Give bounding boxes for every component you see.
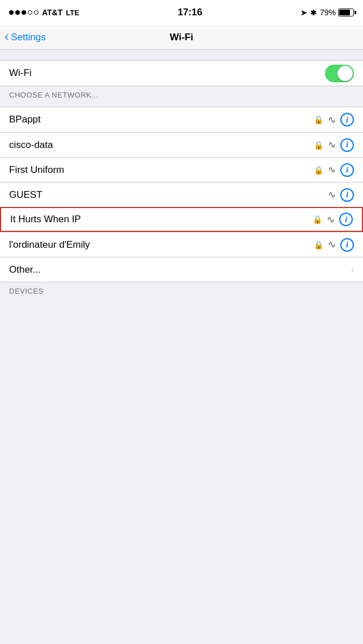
lock-icon: 🔒 bbox=[313, 215, 322, 224]
network-icons: 🔒 ∿ i bbox=[314, 113, 354, 126]
wifi-toggle[interactable] bbox=[325, 65, 354, 82]
network-row[interactable]: l'ordinateur d'Emily 🔒 ∿ i bbox=[0, 232, 363, 257]
network-icons: 🔒 ∿ i bbox=[313, 213, 353, 226]
wifi-signal-icon: ∿ bbox=[328, 114, 336, 126]
network-row[interactable]: First Uniform 🔒 ∿ i bbox=[0, 157, 363, 182]
network-name: First Uniform bbox=[9, 164, 314, 176]
status-right: ➤ ✱ 79% bbox=[301, 8, 354, 17]
network-icons: ∿ i bbox=[328, 188, 354, 202]
network-name: It Hurts When IP bbox=[10, 214, 313, 225]
info-button[interactable]: i bbox=[340, 138, 354, 152]
network-name: GUEST bbox=[9, 189, 328, 201]
wifi-signal-icon: ∿ bbox=[327, 214, 335, 226]
info-button[interactable]: i bbox=[339, 213, 353, 226]
wifi-signal-icon: ∿ bbox=[328, 164, 336, 176]
status-time: 17:16 bbox=[178, 7, 202, 18]
spacer-bottom: DEVICES bbox=[0, 282, 363, 303]
spacer-middle: CHOOSE A NETWORK... bbox=[0, 86, 363, 107]
network-icons: 🔒 ∿ i bbox=[314, 138, 354, 152]
network-row[interactable]: cisco-data 🔒 ∿ i bbox=[0, 132, 363, 157]
network-row[interactable]: BPappt 🔒 ∿ i bbox=[0, 107, 363, 132]
wifi-signal-icon: ∿ bbox=[328, 139, 336, 151]
network-name: cisco-data bbox=[9, 139, 314, 151]
info-button[interactable]: i bbox=[340, 163, 354, 177]
bluetooth-icon: ✱ bbox=[310, 9, 316, 17]
lock-icon: 🔒 bbox=[314, 115, 323, 124]
wifi-signal-icon: ∿ bbox=[328, 189, 336, 201]
wifi-toggle-group: Wi-Fi bbox=[0, 60, 363, 86]
battery-percent: 79% bbox=[320, 8, 336, 17]
battery-container: 79% bbox=[320, 8, 354, 17]
dot-3 bbox=[22, 10, 26, 15]
network-name: BPappt bbox=[9, 114, 314, 125]
lock-icon: 🔒 bbox=[314, 141, 323, 150]
network-icons: 🔒 ∿ i bbox=[314, 163, 354, 177]
choose-network-header: CHOOSE A NETWORK... bbox=[0, 86, 363, 103]
toggle-thumb bbox=[337, 66, 353, 81]
dot-1 bbox=[9, 10, 14, 15]
dot-2 bbox=[15, 10, 20, 15]
carrier-label: AT&T bbox=[42, 8, 62, 17]
page-title: Wi-Fi bbox=[170, 32, 193, 43]
info-button[interactable]: i bbox=[340, 238, 354, 252]
dot-4 bbox=[28, 10, 32, 15]
wifi-toggle-row: Wi-Fi bbox=[0, 61, 363, 86]
nav-bar: ‹ Settings Wi-Fi bbox=[0, 25, 363, 50]
wifi-signal-icon: ∿ bbox=[328, 239, 336, 251]
status-bar: AT&T LTE 17:16 ➤ ✱ 79% bbox=[0, 0, 363, 25]
dot-5 bbox=[34, 10, 39, 15]
other-row[interactable]: Other... › bbox=[0, 257, 363, 282]
network-name: l'ordinateur d'Emily bbox=[9, 239, 314, 251]
signal-dots bbox=[9, 10, 39, 15]
back-button[interactable]: ‹ Settings bbox=[5, 32, 46, 43]
chevron-right-icon: › bbox=[351, 265, 354, 275]
lock-icon: 🔒 bbox=[314, 166, 323, 175]
lock-icon: 🔒 bbox=[314, 240, 323, 249]
network-row-selected[interactable]: It Hurts When IP 🔒 ∿ i bbox=[0, 207, 363, 232]
back-label: Settings bbox=[11, 32, 45, 43]
spacer-top bbox=[0, 50, 363, 60]
battery-fill bbox=[339, 10, 350, 15]
network-row[interactable]: GUEST ∿ i bbox=[0, 182, 363, 207]
location-icon: ➤ bbox=[301, 9, 307, 17]
status-left: AT&T LTE bbox=[9, 8, 79, 17]
other-label: Other... bbox=[9, 264, 351, 276]
networks-group: BPappt 🔒 ∿ i cisco-data 🔒 ∿ i First Unif… bbox=[0, 107, 363, 282]
battery-icon bbox=[338, 9, 354, 16]
wifi-label: Wi-Fi bbox=[9, 67, 32, 79]
network-type-label: LTE bbox=[66, 9, 79, 17]
network-icons: 🔒 ∿ i bbox=[314, 238, 354, 252]
info-button[interactable]: i bbox=[340, 188, 354, 202]
back-chevron-icon: ‹ bbox=[5, 31, 9, 43]
devices-header: DEVICES bbox=[0, 282, 363, 299]
info-button[interactable]: i bbox=[340, 113, 354, 126]
